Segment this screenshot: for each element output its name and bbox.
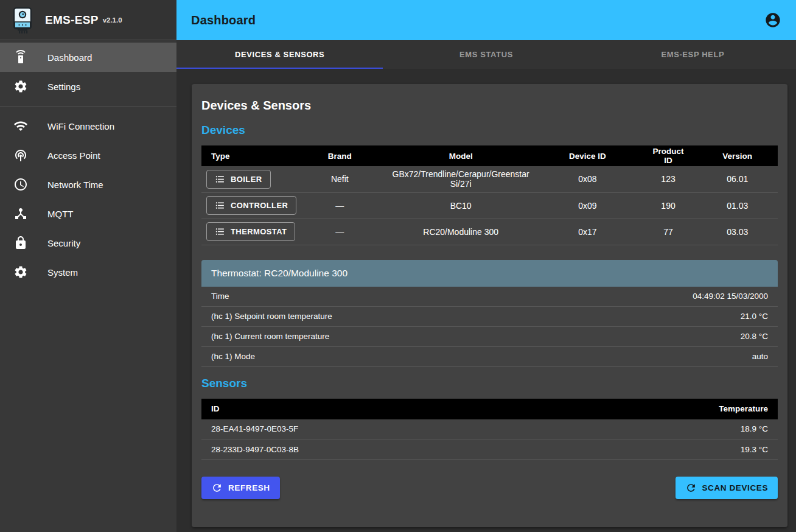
detail-row: Time 04:49:02 15/03/2000 [201,287,778,307]
sidebar-item-label: Security [47,238,80,248]
scan-devices-button-label: SCAN DEVICES [702,483,768,492]
device-type-label: CONTROLLER [231,201,288,210]
column-header-temperature: Temperature [605,399,778,419]
hub-icon [13,206,28,221]
device-product-id: 190 [640,192,697,219]
list-icon [215,200,225,211]
device-id: 0x17 [536,219,639,245]
refresh-button[interactable]: REFRESH [201,477,280,499]
wifi-icon [13,119,28,133]
gear-icon [13,265,28,279]
appbar: Dashboard [176,0,796,40]
ems-esp-app: EMS-ESP v2.1.0 Dashboard Settings WiFi C… [0,0,796,532]
devices-table: Type Brand Model Device ID Product ID Ve… [201,145,778,245]
device-row: CONTROLLER — BC10 0x09 190 01.03 [201,192,778,219]
sidebar-item-network-time[interactable]: Network Time [0,170,176,199]
sidebar-item-label: MQTT [47,209,74,219]
list-icon [215,174,225,184]
device-id: 0x09 [536,192,639,219]
column-header-id: ID [201,399,605,419]
tab-ems-status[interactable]: EMS STATUS [383,40,589,69]
column-header-model: Model [386,145,536,166]
column-header-device-id: Device ID [536,145,639,166]
detail-row-value: 21.0 °C [741,312,768,321]
device-version: 06.01 [697,166,778,192]
sensor-id: 28-233D-9497-0C03-8B [201,439,605,460]
remote-icon [13,50,28,65]
detail-row-value: 04:49:02 15/03/2000 [693,292,768,301]
sensors-table: ID Temperature 28-EA41-9497-0E03-5F 18.9… [201,399,778,460]
sensors-section-title: Sensors [201,377,778,390]
detail-row-label: (hc 1) Current room temperature [211,332,329,341]
boiler-logo-icon [10,6,35,34]
devices-section-title: Devices [201,124,778,137]
sensor-temperature: 19.3 °C [605,439,778,460]
lock-icon [13,236,28,250]
sidebar-item-label: Network Time [47,180,103,190]
sidebar-header: EMS-ESP v2.1.0 [0,0,176,40]
sidebar-item-label: Access Point [47,150,100,161]
menu-divider [0,106,176,107]
device-type-button-controller[interactable]: CONTROLLER [206,196,296,215]
device-type-button-boiler[interactable]: BOILER [206,170,271,189]
tab-bar: DEVICES & SENSORSEMS STATUSEMS-ESP HELP [176,40,796,69]
detail-row: (hc 1) Setpoint room temperature 21.0 °C [201,307,778,327]
device-product-id: 77 [640,219,697,245]
sidebar-item-mqtt[interactable]: MQTT [0,199,176,228]
device-type-button-thermostat[interactable]: THERMOSTAT [206,222,295,241]
detail-row-value: auto [752,352,768,361]
account-circle-icon[interactable] [764,12,781,29]
sidebar-item-security[interactable]: Security [0,228,176,257]
sidebar-item-settings[interactable]: Settings [0,72,176,101]
sidebar-item-label: Dashboard [47,52,92,63]
refresh-icon [211,482,223,494]
card-title: Devices & Sensors [201,99,778,113]
devices-table-header: Type Brand Model Device ID Product ID Ve… [201,145,778,166]
device-model: BC10 [386,192,536,219]
column-header-type: Type [201,145,294,166]
device-version: 03.03 [697,219,778,245]
sidebar-item-dashboard[interactable]: Dashboard [0,43,176,72]
sidebar-item-label: System [47,267,78,278]
sensor-id: 28-EA41-9497-0E03-5F [201,419,605,439]
devices-sensors-card: Devices & Sensors Devices Type Brand Mod… [192,84,787,527]
detail-row-label: (hc 1) Setpoint room temperature [211,312,332,321]
sidebar-item-system[interactable]: System [0,257,176,287]
device-row: BOILER Nefit GBx72/Trendline/Cerapur/Gre… [201,166,778,192]
device-id: 0x08 [536,166,639,192]
column-header-brand: Brand [294,145,386,166]
device-version: 01.03 [697,192,778,219]
sensors-table-header: ID Temperature [201,399,778,419]
sidebar-item-access-point[interactable]: Access Point [0,141,176,170]
detail-row: (hc 1) Mode auto [201,347,778,367]
actions-row: REFRESH SCAN DEVICES [201,477,778,499]
sensor-temperature: 18.9 °C [605,419,778,439]
device-row: THERMOSTAT — RC20/Moduline 300 0x17 77 0… [201,219,778,245]
device-type-label: THERMOSTAT [231,227,287,236]
column-header-version: Version [697,145,778,166]
column-header-product-id: Product ID [640,145,697,166]
device-brand: — [294,192,386,219]
scan-devices-button[interactable]: SCAN DEVICES [676,477,778,499]
sidebar-menu: Dashboard Settings WiFi Connection Acces… [0,40,176,287]
refresh-icon [685,482,697,494]
content-area: Devices & Sensors Devices Type Brand Mod… [176,69,796,532]
sidebar-item-wifi-connection[interactable]: WiFi Connection [0,111,176,141]
device-model: GBx72/Trendline/Cerapur/Greenstar Si/27i [386,166,536,192]
device-product-id: 123 [640,166,697,192]
tab-ems-esp-help[interactable]: EMS-ESP HELP [590,40,796,69]
sensor-row: 28-233D-9497-0C03-8B 19.3 °C [201,439,778,460]
page-title: Dashboard [191,13,256,27]
sidebar: EMS-ESP v2.1.0 Dashboard Settings WiFi C… [0,0,176,532]
detail-row-label: Time [211,292,229,301]
detail-row-label: (hc 1) Mode [211,352,255,361]
sidebar-item-label: WiFi Connection [47,121,114,131]
wifi-tethering-icon [13,148,28,163]
sensor-row: 28-EA41-9497-0E03-5F 18.9 °C [201,419,778,439]
refresh-button-label: REFRESH [228,483,270,492]
app-version: v2.1.0 [103,16,122,24]
sidebar-item-label: Settings [47,82,80,92]
device-type-label: BOILER [231,175,262,184]
tab-devices-sensors[interactable]: DEVICES & SENSORS [176,40,383,69]
main-column: Dashboard DEVICES & SENSORSEMS STATUSEMS… [176,0,796,532]
